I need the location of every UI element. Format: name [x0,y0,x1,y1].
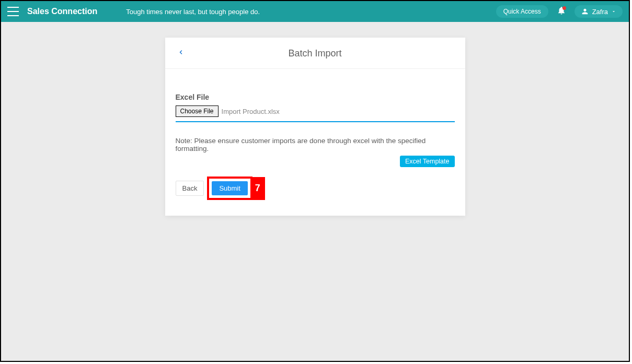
step-number-annotation: 7 [250,177,265,200]
action-row: Back Submit 7 [176,177,455,200]
top-header: Sales Connection Tough times never last,… [1,1,629,22]
back-button[interactable]: Back [176,181,204,196]
back-arrow-button[interactable] [178,48,184,59]
user-menu[interactable]: Zafra [574,5,623,18]
app-title: Sales Connection [27,7,97,16]
import-note: Note: Please ensure customer imports are… [176,137,455,152]
app-frame: Sales Connection Tough times never last,… [0,0,630,362]
content-canvas: Batch Import Excel File Choose File Impo… [1,22,629,361]
avatar-icon [581,7,589,16]
notifications-button[interactable] [556,6,567,17]
quick-access-button[interactable]: Quick Access [496,5,548,18]
chevron-down-icon [611,8,616,16]
choose-file-button[interactable]: Choose File [176,105,219,117]
excel-template-button[interactable]: Excel Template [400,156,455,167]
excel-file-label: Excel File [176,93,455,101]
card-title: Batch Import [178,48,453,59]
batch-import-card: Batch Import Excel File Choose File Impo… [165,38,465,216]
user-name: Zafra [592,8,608,16]
card-header: Batch Import [165,38,465,69]
tagline: Tough times never last, but tough people… [126,8,260,16]
notification-dot-icon [562,6,566,10]
selected-filename: Import Product.xlsx [222,108,280,115]
menu-icon[interactable] [7,7,19,16]
submit-button[interactable]: Submit [212,181,247,195]
file-input-row: Choose File Import Product.xlsx [176,105,455,122]
card-body: Excel File Choose File Import Product.xl… [165,69,465,216]
submit-highlight: Submit 7 [207,177,252,200]
